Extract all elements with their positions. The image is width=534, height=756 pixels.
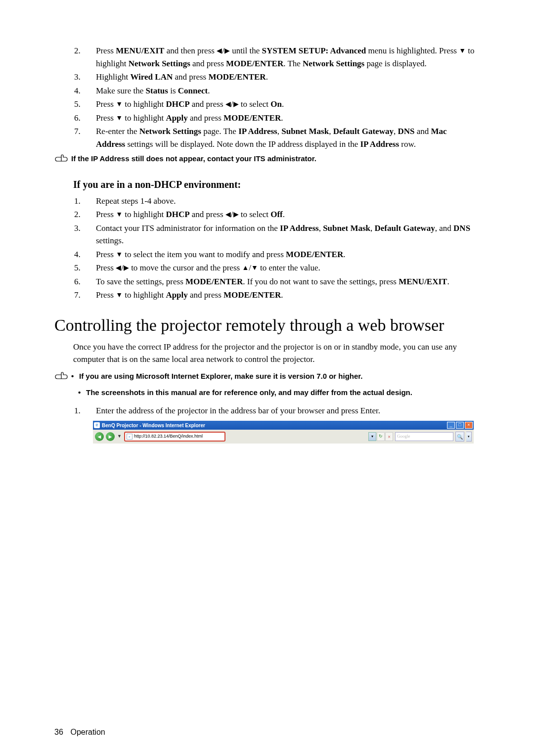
nav-history-dropdown[interactable]: ▼ bbox=[117, 433, 122, 440]
step-number: 1. bbox=[54, 195, 96, 208]
step-number: 6. bbox=[54, 275, 96, 288]
search-input[interactable]: Google bbox=[395, 432, 453, 441]
step-number: 4. bbox=[54, 85, 96, 97]
step-number: 7. bbox=[54, 125, 96, 150]
non-dhcp-heading: If you are in a non-DHCP environment: bbox=[73, 177, 475, 192]
step-number: 6. bbox=[54, 112, 96, 125]
step-text: Repeat steps 1-4 above. bbox=[96, 195, 475, 208]
note-screenshots-reference: The screenshots in this manual are for r… bbox=[86, 387, 475, 399]
step-number: 5. bbox=[54, 98, 96, 111]
address-bar[interactable]: e http://10.82.23.14/BenQ/index.html bbox=[124, 432, 225, 442]
ie-browser-screenshot: e BenQ Projector - Windows Internet Expl… bbox=[93, 421, 474, 444]
stop-button[interactable]: × bbox=[385, 432, 393, 441]
ie-app-icon: e bbox=[94, 422, 100, 428]
step-number: 5. bbox=[54, 262, 96, 274]
intro-paragraph: Once you have the correct IP address for… bbox=[73, 341, 475, 366]
step-text: Contact your ITS administrator for infor… bbox=[96, 222, 475, 247]
search-button[interactable]: 🔍 bbox=[455, 432, 464, 442]
step-number: 4. bbox=[54, 248, 96, 261]
step-text: Press ▼ to highlight DHCP and press ◀/▶ … bbox=[96, 208, 475, 221]
step-text: Enter the address of the projector in th… bbox=[96, 404, 475, 417]
minimize-button[interactable]: _ bbox=[447, 422, 455, 429]
step-text: Press ▼ to highlight DHCP and press ◀/▶ … bbox=[96, 98, 475, 111]
step-text: Press ▼ to select the item you want to m… bbox=[96, 248, 475, 261]
note-ie-version: If you are using Microsoft Internet Expl… bbox=[79, 371, 475, 382]
step-number: 1. bbox=[54, 404, 96, 417]
search-dropdown[interactable]: ▾ bbox=[466, 432, 472, 442]
step-text: Press ▼ to highlight Apply and press MOD… bbox=[96, 112, 475, 125]
maximize-button[interactable]: □ bbox=[456, 422, 464, 429]
step-text: Highlight Wired LAN and press MODE/ENTER… bbox=[96, 71, 475, 84]
url-text: http://10.82.23.14/BenQ/index.html bbox=[134, 433, 223, 440]
hand-pointer-icon bbox=[54, 372, 69, 386]
back-button[interactable]: ◄ bbox=[95, 432, 104, 441]
step-text: Press MENU/EXIT and then press ◀/▶ until… bbox=[96, 44, 475, 70]
hand-pointer-icon bbox=[54, 154, 69, 168]
step-number: 2. bbox=[54, 44, 96, 70]
close-button[interactable]: × bbox=[465, 422, 473, 429]
step-text: Re-enter the Network Settings page. The … bbox=[96, 125, 475, 150]
step-text: To save the settings, press MODE/ENTER. … bbox=[96, 275, 475, 288]
address-dropdown[interactable]: ▾ bbox=[368, 432, 376, 441]
page-icon: e bbox=[127, 434, 133, 440]
refresh-button[interactable]: ↻ bbox=[377, 432, 385, 441]
step-text: Make sure the Status is Connect. bbox=[96, 85, 475, 97]
step-number: 3. bbox=[54, 71, 96, 84]
step-text: Press ▼ to highlight Apply and press MOD… bbox=[96, 289, 475, 302]
step-text: Press ◀/▶ to move the cursor and the pre… bbox=[96, 262, 475, 274]
note-ip-address: If the IP Address still does not appear,… bbox=[71, 153, 316, 165]
step-number: 7. bbox=[54, 289, 96, 302]
step-number: 3. bbox=[54, 222, 96, 247]
section-heading-web-browser: Controlling the projector remotely throu… bbox=[54, 312, 475, 338]
step-number: 2. bbox=[54, 208, 96, 221]
forward-button[interactable]: ► bbox=[106, 432, 115, 441]
window-title: BenQ Projector - Windows Internet Explor… bbox=[102, 422, 205, 429]
